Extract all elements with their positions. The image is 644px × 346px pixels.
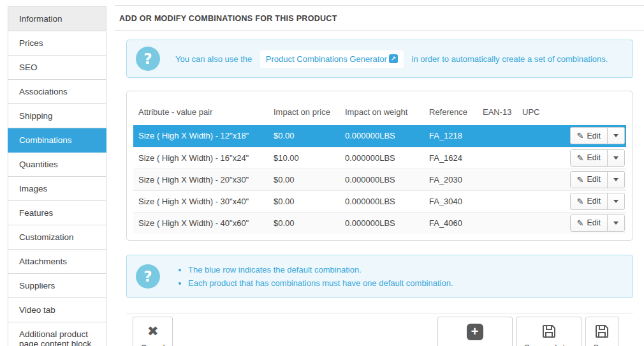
save-icon xyxy=(594,324,610,339)
weight-cell: 0.000000LBS xyxy=(340,147,424,169)
page-title: ADD OR MODIFY COMBINATIONS FOR THIS PROD… xyxy=(115,6,644,31)
pencil-icon: ✎ xyxy=(577,153,584,163)
ean13-cell xyxy=(478,212,517,234)
weight-cell: 0.000000LBS xyxy=(340,212,424,234)
caret-down-icon xyxy=(613,178,618,181)
product-tabs-sidebar: Information Prices SEO Associations Ship… xyxy=(8,6,106,346)
ean13-cell xyxy=(478,147,517,169)
combinations-table: Attribute - value pair Impact on price I… xyxy=(133,98,626,234)
info-bullet: The blue row indicates the default combi… xyxy=(188,263,453,276)
combination-row: Size ( High X Width) - 16"x24" $10.00 0.… xyxy=(133,147,626,169)
reference-cell: FA_3040 xyxy=(424,190,478,212)
ean13-cell xyxy=(478,125,517,147)
edit-button-label: Edit xyxy=(587,153,601,162)
combination-row: Size ( High X Width) - 20"x30" $0.00 0.0… xyxy=(133,169,626,190)
edit-dropdown-toggle[interactable] xyxy=(607,172,624,188)
caret-down-icon xyxy=(613,200,618,203)
generator-link-label: Product Combinations Generator xyxy=(266,54,387,64)
attribute-cell: Size ( High X Width) - 40"x60" xyxy=(133,212,268,234)
sidebar-item-features[interactable]: Features xyxy=(8,201,106,225)
sidebar-item-seo[interactable]: SEO xyxy=(8,56,106,80)
cancel-button-label: Cancel xyxy=(141,343,165,346)
save-button-label: Save xyxy=(594,343,611,346)
price-cell: $0.00 xyxy=(268,169,340,190)
caret-down-icon xyxy=(613,156,618,160)
save-button[interactable]: Save xyxy=(585,317,619,346)
ean13-cell xyxy=(478,190,517,212)
pencil-icon: ✎ xyxy=(577,218,584,228)
default-combination-info-alert: ? The blue row indicates the default com… xyxy=(126,255,633,298)
sidebar-item-images[interactable]: Images xyxy=(8,177,106,201)
caret-down-icon xyxy=(613,134,618,137)
upc-cell xyxy=(517,212,555,234)
column-reference: Reference xyxy=(424,98,478,125)
help-icon: ? xyxy=(136,264,160,289)
upc-cell xyxy=(517,169,555,190)
edit-dropdown-toggle[interactable] xyxy=(607,193,624,209)
save-and-stay-label: Save and stay xyxy=(525,343,573,346)
edit-dropdown-toggle[interactable] xyxy=(607,128,624,144)
plus-icon: + xyxy=(467,324,483,340)
table-header-row: Attribute - value pair Impact on price I… xyxy=(133,98,626,125)
edit-button[interactable]: ✎Edit xyxy=(571,172,607,188)
edit-button-group: ✎Edit xyxy=(570,193,625,210)
combinations-panel: ADD OR MODIFY COMBINATIONS FOR THIS PROD… xyxy=(115,5,644,346)
edit-button-group: ✎Edit xyxy=(570,149,625,167)
help-icon: ? xyxy=(136,47,160,71)
sidebar-item-suppliers[interactable]: Suppliers xyxy=(8,274,106,298)
sidebar-item-shipping[interactable]: Shipping xyxy=(8,104,106,128)
sidebar-item-information[interactable]: Information xyxy=(8,6,106,31)
sidebar-item-combinations[interactable]: Combinations xyxy=(8,128,106,153)
edit-button[interactable]: ✎Edit xyxy=(571,128,607,144)
edit-button[interactable]: ✎Edit xyxy=(571,150,607,166)
generator-help-text: You can also use the Product Combination… xyxy=(175,50,608,68)
attribute-cell: Size ( High X Width) - 30"x40" xyxy=(133,190,268,212)
info-bullet-list: The blue row indicates the default combi… xyxy=(175,263,453,290)
reference-cell: FA_4060 xyxy=(424,212,478,234)
column-impact-price: Impact on price xyxy=(268,98,340,125)
generator-help-alert: ? You can also use the Product Combinati… xyxy=(126,40,633,78)
price-cell: $0.00 xyxy=(268,212,340,234)
caret-down-icon xyxy=(613,222,618,225)
new-combination-button[interactable]: + New combination xyxy=(437,317,513,346)
footer-action-bar: ✖ Cancel + New combination Save and stay xyxy=(126,313,633,346)
upc-cell xyxy=(517,190,555,212)
edit-button-group: ✎Edit xyxy=(570,171,625,188)
sidebar-item-customization[interactable]: Customization xyxy=(8,225,106,250)
edit-button[interactable]: ✎Edit xyxy=(571,215,607,231)
edit-dropdown-toggle[interactable] xyxy=(607,215,624,231)
generator-text-after: in order to automatically create a set o… xyxy=(412,54,608,64)
edit-dropdown-toggle[interactable] xyxy=(607,150,624,166)
upc-cell xyxy=(517,147,555,169)
reference-cell: FA_1218 xyxy=(424,125,478,147)
reference-cell: FA_1624 xyxy=(424,147,478,169)
save-and-stay-button[interactable]: Save and stay xyxy=(516,317,582,346)
upc-cell xyxy=(517,125,555,147)
sidebar-item-video-tab[interactable]: Video tab xyxy=(8,298,106,322)
cancel-x-icon: ✖ xyxy=(147,324,159,339)
product-combinations-generator-link[interactable]: Product Combinations Generator ↗ xyxy=(260,50,404,68)
edit-button-label: Edit xyxy=(587,218,601,227)
edit-button-label: Edit xyxy=(587,175,601,184)
ean13-cell xyxy=(478,169,517,190)
pencil-icon: ✎ xyxy=(577,197,584,206)
sidebar-item-additional-content[interactable]: Additional product page content block xyxy=(8,322,106,346)
combination-row-default: Size ( High X Width) - 12"x18" $0.00 0.0… xyxy=(133,125,626,147)
weight-cell: 0.000000LBS xyxy=(340,190,424,212)
edit-button-label: Edit xyxy=(587,132,601,140)
weight-cell: 0.000000LBS xyxy=(340,169,424,190)
sidebar-item-prices[interactable]: Prices xyxy=(8,31,106,56)
edit-button-label: Edit xyxy=(587,197,601,206)
attribute-cell: Size ( High X Width) - 12"x18" xyxy=(133,125,268,147)
cancel-button[interactable]: ✖ Cancel xyxy=(133,317,173,346)
generator-text-before: You can also use the xyxy=(175,54,252,64)
sidebar-item-associations[interactable]: Associations xyxy=(8,80,106,104)
edit-button[interactable]: ✎Edit xyxy=(571,193,607,209)
price-cell: $0.00 xyxy=(268,190,340,212)
sidebar-item-attachments[interactable]: Attachments xyxy=(8,250,106,274)
column-upc: UPC xyxy=(517,98,555,125)
price-cell: $0.00 xyxy=(268,125,340,147)
edit-button-group: ✎Edit xyxy=(570,127,625,144)
sidebar-item-quantities[interactable]: Quantities xyxy=(8,153,106,177)
column-ean13: EAN-13 xyxy=(478,98,517,125)
